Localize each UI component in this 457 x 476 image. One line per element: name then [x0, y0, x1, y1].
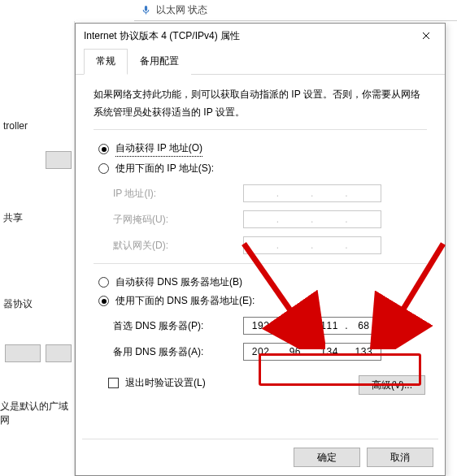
close-icon — [422, 32, 430, 40]
ok-button[interactable]: 确定 — [294, 448, 360, 467]
subnet-mask-input: ... — [243, 210, 381, 228]
dns-alternate-row: 备用 DNS 服务器(A): 202. 96. 134. 133 — [113, 339, 427, 365]
cancel-button-label: 取消 — [390, 451, 410, 465]
gateway-label: 默认网关(D): — [113, 239, 243, 253]
bg-button-fragment — [46, 151, 72, 169]
dns-pref-c: 111 — [318, 320, 341, 331]
bottom-separator — [82, 439, 438, 439]
ipv4-properties-dialog: Internet 协议版本 4 (TCP/IPv4) 属性 常规 备用配置 如果… — [75, 23, 446, 476]
radio-dns-auto-row[interactable]: 自动获得 DNS 服务器地址(B) — [98, 275, 427, 289]
radio-ip-manual-row[interactable]: 使用下面的 IP 地址(S): — [98, 162, 427, 175]
advanced-button-label: 高级(V)... — [372, 379, 412, 392]
background-titlebar: 以太网 状态 — [134, 0, 457, 21]
dns-alt-b: 96 — [284, 346, 307, 357]
radio-ip-auto-row[interactable]: 自动获得 IP 地址(O) — [98, 141, 427, 157]
bg-text-protocol: 器协议 — [3, 297, 33, 311]
dns-alternate-label: 备用 DNS 服务器(A): — [113, 345, 243, 359]
description-text: 如果网络支持此功能，则可以获取自动指派的 IP 设置。否则，你需要从网络系统管理… — [94, 86, 427, 121]
ip-address-label: IP 地址(I): — [113, 187, 243, 201]
tab-general-label: 常规 — [96, 55, 115, 67]
radio-ip-manual-label: 使用下面的 IP 地址(S): — [115, 162, 214, 175]
dns-group: 自动获得 DNS 服务器地址(B) 使用下面的 DNS 服务器地址(E): 首选… — [94, 263, 427, 365]
bg-button-fragment-3 — [46, 344, 72, 362]
radio-ip-auto[interactable] — [98, 144, 109, 154]
dialog-title: Internet 协议版本 4 (TCP/IPv4) 属性 — [84, 29, 240, 43]
dns-alternate-input[interactable]: 202. 96. 134. 133 — [243, 343, 381, 361]
dns-preferred-label: 首选 DNS 服务器(P): — [113, 319, 243, 333]
cancel-button[interactable]: 取消 — [367, 448, 433, 467]
bg-text-wan: 义是默认的广域网 — [0, 400, 74, 427]
validate-label: 退出时验证设置(L) — [125, 376, 206, 390]
tab-alternate-label: 备用配置 — [140, 55, 179, 67]
dialog-content: 如果网络支持此功能，则可以获取自动指派的 IP 设置。否则，你需要从网络系统管理… — [76, 75, 445, 403]
close-button[interactable] — [412, 26, 440, 45]
subnet-mask-label: 子网掩码(U): — [113, 213, 243, 227]
ip-fields: IP 地址(I): ... 子网掩码(U): ... 默认网关(D): ... — [113, 180, 427, 258]
tab-strip: 常规 备用配置 — [76, 48, 445, 75]
validate-checkbox[interactable] — [108, 378, 119, 388]
subnet-mask-row: 子网掩码(U): ... — [113, 206, 427, 232]
gateway-row: 默认网关(D): ... — [113, 232, 427, 258]
dns-preferred-input[interactable]: 192. 168. 111. 68 — [243, 317, 381, 335]
ip-group: 自动获得 IP 地址(O) 使用下面的 IP 地址(S): IP 地址(I): … — [94, 129, 427, 258]
radio-dns-manual[interactable] — [98, 296, 109, 306]
background-left-strip: troller 共享 器协议 义是默认的广域网 — [0, 21, 75, 476]
dns-alt-d: 133 — [352, 346, 375, 357]
dialog-buttons: 确定 取消 — [294, 448, 433, 467]
bg-button-fragment-2 — [5, 344, 41, 362]
bg-text-share: 共享 — [3, 211, 23, 225]
ip-address-input: ... — [243, 184, 381, 202]
radio-dns-manual-row[interactable]: 使用下面的 DNS 服务器地址(E): — [98, 294, 427, 308]
radio-ip-auto-label: 自动获得 IP 地址(O) — [115, 141, 202, 157]
dns-preferred-row: 首选 DNS 服务器(P): 192. 168. 111. 68 — [113, 313, 427, 339]
ok-button-label: 确定 — [317, 451, 337, 465]
radio-dns-auto-label: 自动获得 DNS 服务器地址(B) — [115, 275, 242, 289]
mic-icon — [141, 5, 151, 15]
dns-pref-b: 168 — [284, 320, 307, 331]
radio-dns-manual-label: 使用下面的 DNS 服务器地址(E): — [115, 294, 255, 308]
bg-text-controller: troller — [3, 120, 28, 132]
radio-dns-auto[interactable] — [98, 277, 109, 288]
tab-general[interactable]: 常规 — [84, 49, 128, 75]
advanced-button[interactable]: 高级(V)... — [359, 375, 425, 395]
dns-fields: 首选 DNS 服务器(P): 192. 168. 111. 68 备用 DNS … — [113, 313, 427, 365]
dns-pref-a: 192 — [250, 320, 272, 331]
dialog-titlebar: Internet 协议版本 4 (TCP/IPv4) 属性 — [76, 24, 445, 48]
radio-ip-manual[interactable] — [98, 163, 109, 174]
dns-pref-d: 68 — [352, 320, 375, 331]
background-title: 以太网 状态 — [156, 3, 207, 17]
tab-alternate[interactable]: 备用配置 — [128, 49, 191, 75]
gateway-input: ... — [243, 236, 381, 254]
ip-address-row: IP 地址(I): ... — [113, 180, 427, 206]
dns-alt-a: 202 — [250, 346, 272, 357]
dns-alt-c: 134 — [318, 346, 341, 357]
